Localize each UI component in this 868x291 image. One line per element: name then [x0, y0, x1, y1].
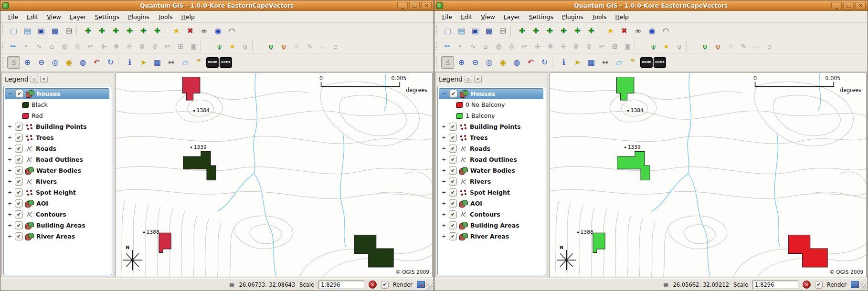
measure-line-button[interactable]: ↔: [599, 56, 612, 69]
add-vertex-button[interactable]: ✛: [123, 41, 135, 52]
legend-row[interactable]: 0 No Balcony: [439, 99, 545, 110]
scale-input[interactable]: 1:8296: [318, 281, 364, 289]
identify-button[interactable]: ℹ: [557, 56, 570, 69]
toolbar-grip[interactable]: [436, 57, 439, 68]
toolbar-button[interactable]: [165, 26, 169, 35]
map-canvas[interactable]: 1384 1339 1388 0 0.005 degrees N © QG: [550, 73, 867, 277]
hide-all-layers-button[interactable]: ◠: [225, 25, 238, 37]
legend-row[interactable]: + ✔ Road Outlines: [439, 154, 545, 165]
paste-features-button[interactable]: ▣: [622, 41, 634, 52]
add-island-button[interactable]: ◎: [72, 41, 84, 52]
capture-point-button[interactable]: •: [454, 41, 466, 52]
grass-add-vector-button[interactable]: ψ: [265, 41, 277, 52]
legend-row[interactable]: + ✔ Building Points: [439, 121, 545, 132]
cut-features-button[interactable]: ✂: [162, 41, 174, 52]
grass-region-edit-button[interactable]: ▭: [317, 41, 328, 52]
add-postgis-layer-button[interactable]: ✚: [543, 25, 556, 37]
legend-float-button[interactable]: ◇: [465, 76, 472, 83]
menu-item[interactable]: Edit: [23, 12, 42, 22]
zoom-layer-button[interactable]: ◍: [76, 56, 89, 69]
toolbar-grip[interactable]: [2, 57, 5, 68]
save-project-button[interactable]: ▣: [35, 25, 48, 37]
expander-toggle[interactable]: +: [441, 167, 446, 174]
grass-add-raster-button[interactable]: ψ: [712, 41, 724, 52]
stop-render-button[interactable]: ✕: [369, 281, 377, 289]
expander-toggle[interactable]: +: [7, 146, 12, 152]
expander-toggle[interactable]: +: [7, 124, 12, 130]
legend-row[interactable]: + ✔ Water Bodies: [5, 165, 111, 176]
legend-row[interactable]: + ✔ Trees: [5, 132, 111, 143]
legend-float-button[interactable]: ◇: [31, 76, 38, 83]
layer-checkbox[interactable]: ✔: [449, 166, 457, 175]
delete-selected-button[interactable]: ⊘: [149, 41, 161, 52]
expander-toggle[interactable]: +: [441, 135, 446, 141]
toolbar-button[interactable]: [118, 57, 122, 68]
print-button[interactable]: ⊟: [497, 25, 509, 37]
layer-checkbox[interactable]: ✔: [15, 90, 23, 98]
grass-open-mapset-button[interactable]: ψ: [213, 41, 225, 52]
add-wms-layer-button[interactable]: ✚: [557, 25, 570, 37]
save-project-as-button[interactable]: ▩: [49, 25, 62, 37]
layer-checkbox[interactable]: ✔: [15, 188, 23, 197]
capture-polygon-button[interactable]: ⌂: [480, 41, 492, 52]
menu-item[interactable]: File: [438, 12, 456, 22]
legend-row[interactable]: + ✔ Contours: [5, 209, 111, 220]
expander-toggle[interactable]: +: [441, 200, 446, 207]
grass-open-mapset-button[interactable]: ψ: [647, 41, 659, 52]
resize-grip[interactable]: [426, 283, 433, 290]
minimize-button[interactable]: _: [397, 2, 408, 10]
grass-add-raster-button[interactable]: ψ: [278, 41, 290, 52]
toolbar-button[interactable]: [76, 26, 81, 35]
legend-row[interactable]: + ✔ Building Areas: [5, 220, 111, 231]
zoom-in-button[interactable]: ⊕: [21, 56, 34, 69]
toggle-editing-button[interactable]: ✏: [441, 41, 453, 52]
refresh-button[interactable]: ↻: [538, 56, 551, 69]
select-features-button[interactable]: ➤: [571, 56, 584, 69]
layer-checkbox[interactable]: ✔: [449, 134, 457, 142]
legend-row[interactable]: + ✔ River Areas: [5, 231, 111, 242]
zoom-last-button[interactable]: ↶: [90, 56, 103, 69]
layer-checkbox[interactable]: ✔: [449, 188, 457, 197]
expander-toggle[interactable]: +: [7, 156, 12, 163]
layer-checkbox[interactable]: ✔: [449, 90, 457, 98]
legend-row[interactable]: + ✔ River Areas: [439, 231, 545, 242]
legend-row[interactable]: + ✔ Rivers: [5, 176, 111, 187]
print-composer-home-button[interactable]: HOME: [206, 57, 219, 68]
legend-row[interactable]: Black: [5, 99, 111, 110]
attribute-table-button[interactable]: ▦: [585, 56, 598, 69]
save-project-button[interactable]: ▣: [469, 25, 482, 37]
add-vector-layer-button[interactable]: ✚: [82, 25, 95, 37]
legend-row[interactable]: − ✔ Houses: [439, 88, 543, 99]
measure-area-button[interactable]: ▱: [179, 56, 191, 69]
legend-row[interactable]: + ✔ Roads: [439, 143, 545, 154]
layer-checkbox[interactable]: ✔: [15, 232, 23, 240]
legend-row[interactable]: − ✔ houses: [5, 88, 109, 99]
map-tips-button[interactable]: ❞: [192, 56, 205, 69]
add-projection-layer-button[interactable]: ✚: [151, 25, 164, 37]
grass-add-vector-button[interactable]: ψ: [699, 41, 711, 52]
measure-line-button[interactable]: ↔: [165, 56, 178, 69]
measure-area-button[interactable]: ▱: [613, 56, 625, 69]
add-to-overview-button[interactable]: ∞: [632, 25, 645, 37]
toolbar-grip[interactable]: [436, 42, 439, 51]
layer-checkbox[interactable]: ✔: [15, 210, 23, 218]
remove-layer-button[interactable]: ✖: [184, 25, 197, 37]
expander-toggle[interactable]: +: [7, 189, 12, 196]
legend-close-button[interactable]: ✕: [474, 76, 482, 83]
layer-checkbox[interactable]: ✔: [15, 199, 23, 208]
move-feature-button[interactable]: ✥: [110, 41, 122, 52]
crs-status-icon[interactable]: ✕: [851, 281, 859, 288]
toolbar-button[interactable]: [686, 41, 698, 52]
menu-item[interactable]: Tools: [588, 12, 611, 22]
pan-button[interactable]: ☝: [441, 56, 454, 69]
add-ring-button[interactable]: ◍: [493, 41, 505, 52]
open-project-button[interactable]: ▤: [21, 25, 34, 37]
menu-item[interactable]: Help: [178, 12, 199, 22]
menu-item[interactable]: Plugins: [124, 12, 153, 22]
grass-region-display-button[interactable]: ▫: [763, 41, 775, 52]
zoom-full-button[interactable]: ◎: [483, 56, 496, 69]
expander-toggle[interactable]: +: [7, 135, 12, 141]
toolbar-button[interactable]: [635, 41, 646, 52]
layer-checkbox[interactable]: ✔: [449, 210, 457, 218]
layer-checkbox[interactable]: ✔: [15, 123, 23, 131]
